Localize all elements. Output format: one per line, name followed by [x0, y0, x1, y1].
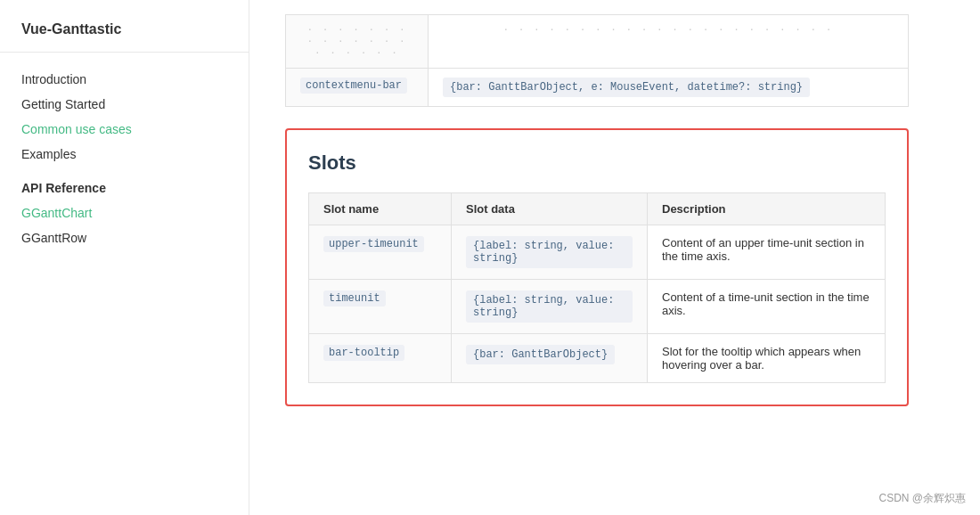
slot-description-cell: Content of a time-unit section in the ti…	[648, 280, 886, 334]
slot-description-cell: Content of an upper time-unit section in…	[648, 225, 886, 280]
slots-col-name: Slot name	[309, 193, 452, 225]
slots-table-row: upper-timeunit{label: string, value: str…	[309, 225, 886, 280]
slots-section: Slots Slot name Slot data Description up…	[285, 128, 909, 406]
main-content: · · · · · · · · · · · · · · · · · · · · …	[249, 0, 980, 515]
partial-row: · · · · · · · · · · · · · · · · · · · · …	[286, 15, 909, 69]
sidebar-item-examples[interactable]: Examples	[0, 142, 249, 167]
top-table: · · · · · · · · · · · · · · · · · · · · …	[285, 14, 909, 107]
partial-row-cell: · · · · · · · · · · · · · · · · · · · ·	[286, 15, 429, 69]
slot-name-cell: bar-tooltip	[309, 334, 452, 383]
top-table-wrap: · · · · · · · · · · · · · · · · · · · · …	[285, 14, 909, 107]
content-area: · · · · · · · · · · · · · · · · · · · · …	[249, 0, 944, 442]
slot-name-cell: timeunit	[309, 280, 452, 334]
sidebar-logo: Vue-Ganttastic	[0, 21, 249, 53]
slot-name-badge: bar-tooltip	[323, 345, 404, 361]
slot-name-cell: upper-timeunit	[309, 225, 452, 280]
sidebar-item-gganttrow[interactable]: GGanttRow	[0, 225, 249, 250]
slot-data-badge: {bar: GanttBarObject}	[466, 345, 615, 364]
slot-description-cell: Slot for the tooltip which appears when …	[648, 334, 886, 383]
sidebar-item-introduction[interactable]: Introduction	[0, 67, 249, 92]
top-table-row: contextmenu-bar {bar: GanttBarObject, e:…	[286, 69, 909, 107]
slot-name-badge: upper-timeunit	[323, 236, 424, 252]
sidebar: Vue-Ganttastic Introduction Getting Star…	[0, 0, 249, 515]
slots-table-row: timeunit{label: string, value: string}Co…	[309, 280, 886, 334]
slots-table-row: bar-tooltip{bar: GanttBarObject}Slot for…	[309, 334, 886, 383]
slots-table: Slot name Slot data Description upper-ti…	[308, 192, 886, 383]
slot-data-cell: {bar: GanttBarObject}	[452, 334, 648, 383]
top-table-slot-name: contextmenu-bar	[286, 69, 429, 107]
sidebar-item-gganttchart[interactable]: GGanttChart	[0, 200, 249, 225]
slot-data-badge: {label: string, value: string}	[466, 290, 633, 323]
slot-name-badge: timeunit	[323, 290, 386, 307]
watermark: CSDN @余辉炽惠	[878, 491, 966, 506]
slot-data-badge: {label: string, value: string}	[466, 236, 633, 268]
sidebar-item-common-use-cases[interactable]: Common use cases	[0, 117, 249, 142]
slots-col-description: Description	[648, 193, 886, 225]
slots-title: Slots	[308, 151, 886, 175]
sidebar-api-section: API Reference	[0, 167, 249, 200]
slot-data-cell: {label: string, value: string}	[452, 225, 648, 280]
contextmenu-bar-badge: contextmenu-bar	[300, 78, 407, 94]
slots-table-header-row: Slot name Slot data Description	[309, 193, 886, 225]
sidebar-item-getting-started[interactable]: Getting Started	[0, 92, 249, 117]
slots-col-data: Slot data	[452, 193, 648, 225]
top-table-slot-data: {bar: GanttBarObject, e: MouseEvent, dat…	[429, 69, 909, 107]
contextmenu-bar-data: {bar: GanttBarObject, e: MouseEvent, dat…	[443, 78, 810, 97]
slot-data-cell: {label: string, value: string}	[452, 280, 648, 334]
partial-row-cell-2: · · · · · · · · · · · · · · · · · · · · …	[429, 15, 909, 69]
